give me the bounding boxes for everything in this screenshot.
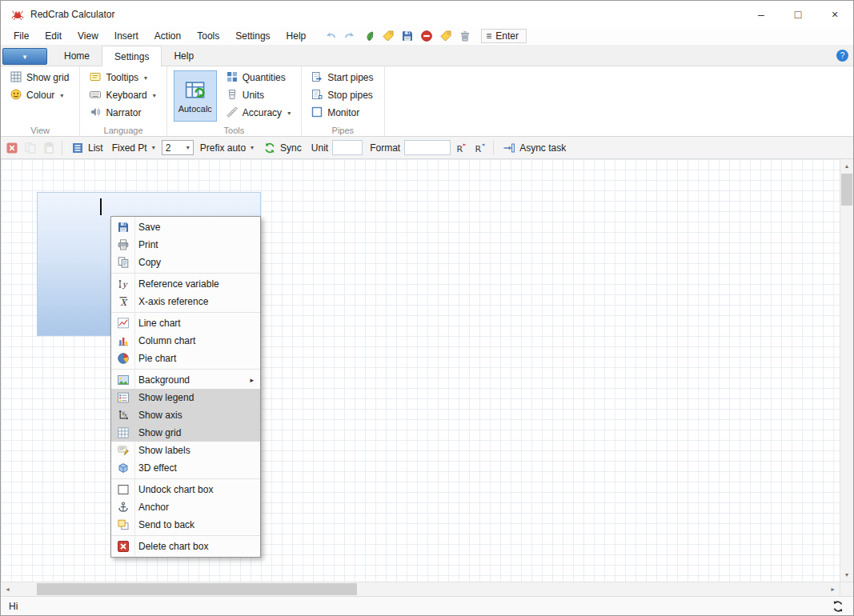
ribbon-keyboard-button[interactable]: Keyboard▾ bbox=[86, 86, 158, 104]
label-icon[interactable] bbox=[439, 30, 452, 43]
menu-settings[interactable]: Settings bbox=[227, 27, 278, 46]
format-remove-icon[interactable]: R bbox=[473, 141, 487, 155]
tab-help[interactable]: Help bbox=[162, 46, 206, 66]
refresh-icon[interactable] bbox=[831, 599, 845, 614]
prefix-dropdown[interactable]: Prefix auto ▾ bbox=[198, 139, 256, 157]
menu-item-column-chart[interactable]: Column chart bbox=[111, 332, 260, 350]
menu-item-anchor[interactable]: Anchor bbox=[111, 498, 260, 516]
menu-item-show-labels[interactable]: Show labels bbox=[111, 442, 260, 459]
menu-insert[interactable]: Insert bbox=[106, 27, 146, 46]
ribbon-monitor-button[interactable]: Monitor bbox=[308, 104, 375, 122]
list-button[interactable]: List bbox=[68, 139, 106, 157]
scroll-up-icon[interactable]: ▴ bbox=[840, 159, 853, 173]
threed-icon bbox=[111, 462, 135, 474]
menu-edit[interactable]: Edit bbox=[37, 27, 70, 46]
ribbon-colour-button[interactable]: Colour▾ bbox=[7, 86, 71, 104]
button-label: Units bbox=[243, 90, 264, 101]
format-input[interactable] bbox=[404, 140, 451, 155]
ribbon-units-button[interactable]: Units bbox=[223, 86, 293, 104]
maximize-button[interactable]: □ bbox=[780, 1, 816, 27]
menu-item-label: Delete chart box bbox=[135, 541, 260, 552]
ribbon-show-grid-button[interactable]: Show grid bbox=[7, 69, 71, 86]
ribbon-group-label: Tools bbox=[167, 126, 301, 135]
scroll-down-icon[interactable]: ▾ bbox=[840, 568, 853, 582]
menu-action[interactable]: Action bbox=[146, 27, 189, 46]
save-icon[interactable] bbox=[400, 30, 414, 43]
menu-file[interactable]: File bbox=[6, 27, 37, 46]
menu-item-save[interactable]: Save bbox=[111, 218, 260, 236]
leaf-icon[interactable] bbox=[362, 30, 375, 43]
button-label: Accuracy bbox=[243, 107, 282, 118]
ribbon-quantities-button[interactable]: Quantities bbox=[223, 69, 293, 86]
precision-select[interactable]: 2 ▾ bbox=[162, 140, 194, 155]
app-icon bbox=[10, 7, 25, 22]
titlebar: RedCrab Calculator – □ × bbox=[1, 1, 853, 27]
stop-icon[interactable] bbox=[419, 30, 433, 43]
scroll-right-icon[interactable]: ▸ bbox=[826, 582, 840, 596]
menu-item-show-axis[interactable]: yxShow axis bbox=[111, 406, 260, 424]
legend-icon bbox=[111, 391, 135, 404]
menu-item-label: Show legend bbox=[135, 392, 260, 403]
horizontal-scrollbar[interactable]: ◂ ▸ bbox=[1, 582, 840, 596]
close-sheet-icon[interactable] bbox=[5, 141, 19, 155]
button-label: Autocalc bbox=[178, 104, 212, 114]
menu-item-line-chart[interactable]: Line chart bbox=[111, 314, 260, 332]
ribbon-start-pipes-button[interactable]: Start pipes bbox=[308, 69, 375, 86]
menu-help[interactable]: Help bbox=[279, 27, 315, 46]
app-menu-button[interactable]: ▾ bbox=[2, 48, 47, 65]
ribbon-tooltips-button[interactable]: Tooltips▾ bbox=[86, 69, 158, 86]
async-task-button[interactable]: Async task bbox=[499, 139, 568, 157]
minimize-button[interactable]: – bbox=[743, 1, 780, 27]
menu-item-undock-chart-box[interactable]: Undock chart box bbox=[111, 481, 260, 498]
ribbon-narrator-button[interactable]: Narrator bbox=[86, 104, 158, 122]
menu-item-x-axis-reference[interactable]: XX-axis reference bbox=[111, 293, 260, 310]
send-back-icon bbox=[111, 518, 135, 531]
ribbon-stop-pipes-button[interactable]: Stop pipes bbox=[308, 86, 375, 104]
close-button[interactable]: × bbox=[816, 1, 853, 27]
tab-home[interactable]: Home bbox=[52, 46, 102, 66]
menu-item-label: Column chart bbox=[135, 335, 260, 346]
enter-button[interactable]: ≡ Enter bbox=[481, 29, 527, 43]
ribbon-accuracy-button[interactable]: Accuracy▾ bbox=[223, 104, 293, 122]
menu-item-3d-effect[interactable]: 3D effect bbox=[111, 459, 260, 477]
sync-label: Sync bbox=[280, 142, 302, 154]
menu-item-print[interactable]: Print bbox=[111, 236, 260, 254]
menu-item-label: 3D effect bbox=[135, 462, 260, 474]
help-button[interactable]: ? bbox=[836, 50, 848, 62]
chevron-down-icon: ▾ bbox=[153, 92, 156, 99]
menu-tools[interactable]: Tools bbox=[189, 27, 227, 46]
redo-icon[interactable] bbox=[343, 30, 356, 43]
svg-text:y: y bbox=[122, 280, 128, 290]
menu-item-pie-chart[interactable]: Pie chart bbox=[111, 350, 260, 367]
tag-icon[interactable] bbox=[381, 30, 395, 43]
menu-item-copy[interactable]: Copy bbox=[111, 254, 260, 271]
ribbon-group-tools: AutocalcQuantitiesUnitsAccuracy▾Tools bbox=[167, 66, 302, 136]
undo-icon[interactable] bbox=[323, 30, 337, 43]
fixed-pt-dropdown[interactable]: Fixed Pt ▾ bbox=[110, 139, 158, 157]
print-icon bbox=[111, 238, 135, 251]
button-label: Show grid bbox=[26, 72, 69, 83]
menu-item-background[interactable]: Background▸ bbox=[111, 371, 260, 389]
vertical-scrollbar[interactable]: ▴ ▾ bbox=[840, 159, 853, 582]
tab-settings[interactable]: Settings bbox=[102, 46, 162, 66]
svg-text:R: R bbox=[457, 143, 463, 154]
scroll-left-icon[interactable]: ◂ bbox=[1, 582, 14, 596]
menu-item-reference-variable[interactable]: yReference variable bbox=[111, 275, 260, 293]
unit-input[interactable] bbox=[332, 140, 363, 155]
autocalc-button[interactable]: Autocalc bbox=[174, 70, 217, 122]
trash-icon[interactable] bbox=[458, 30, 471, 43]
chart-context-menu: SavePrintCopyyReference variableXX-axis … bbox=[110, 216, 261, 558]
menu-item-send-to-back[interactable]: Send to back bbox=[111, 516, 260, 534]
menu-item-delete-chart-box[interactable]: Delete chart box bbox=[111, 538, 260, 555]
worksheet-canvas[interactable]: SavePrintCopyyReference variableXX-axis … bbox=[1, 159, 853, 596]
menu-item-show-legend[interactable]: Show legend bbox=[111, 389, 260, 406]
format-add-icon[interactable]: R bbox=[455, 141, 469, 155]
vertical-scroll-thumb[interactable] bbox=[841, 174, 852, 206]
sync-button[interactable]: Sync bbox=[260, 139, 304, 157]
separator bbox=[493, 141, 494, 155]
menu-view[interactable]: View bbox=[70, 27, 106, 46]
horizontal-scroll-thumb[interactable] bbox=[37, 583, 357, 595]
ribbon-group-label: Language bbox=[80, 126, 166, 135]
horizontal-scroll-track[interactable] bbox=[14, 582, 826, 596]
menu-item-show-grid[interactable]: Show grid bbox=[111, 424, 260, 442]
